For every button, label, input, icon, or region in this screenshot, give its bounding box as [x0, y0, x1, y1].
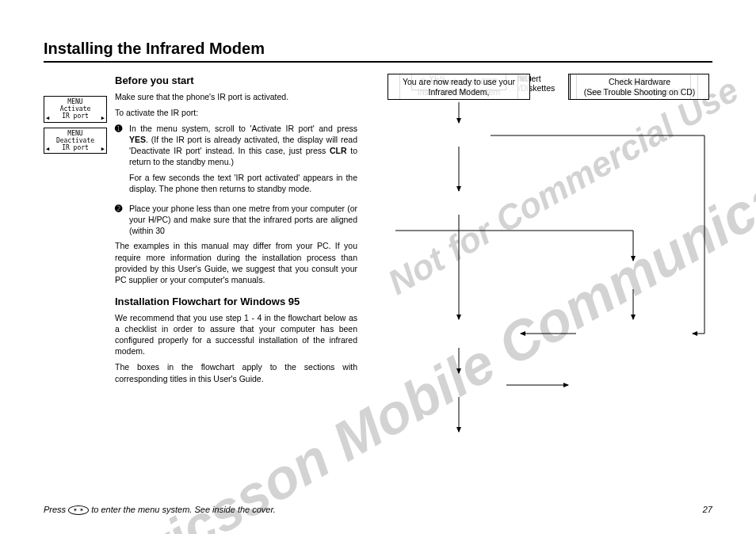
- page-content: Installing the Infrared Modem ◀ MENU Act…: [44, 40, 712, 470]
- menu-box-deactivate: ◀ MENU Deactivate IR port ▶: [44, 128, 107, 154]
- chevron-left-icon: ◀: [46, 146, 49, 152]
- paragraph: We recommend that you use step 1 - 4 in …: [115, 312, 357, 357]
- text: . (If the IR port is already activated, …: [129, 135, 357, 155]
- paragraph: For a few seconds the text 'IR port acti…: [129, 172, 357, 194]
- heading-flowchart: Installation Flowchart for Windows 95: [115, 295, 357, 309]
- text: (See Trouble Shooting on CD): [575, 87, 704, 97]
- list-text: Place your phone less than one metre fro…: [129, 203, 357, 237]
- chevron-right-icon: ▶: [101, 115, 105, 121]
- menu-line: MENU: [46, 130, 105, 137]
- menu-line: IR port: [46, 113, 105, 120]
- text: Press: [44, 505, 68, 514]
- text: to enter the menu system. See inside the…: [89, 505, 276, 514]
- text: Check Hardware: [575, 77, 704, 87]
- menu-display-boxes: ◀ MENU Activate IR port ▶ ◀ MENU Deactiv…: [44, 74, 107, 240]
- paragraph: To activate the IR port:: [115, 107, 357, 118]
- flowchart-arrows: [380, 74, 712, 470]
- menu-line: IR port: [46, 144, 105, 151]
- paragraph-examples: The examples in this manual may differ f…: [115, 240, 357, 285]
- menu-line: MENU: [46, 98, 105, 105]
- before-you-start-section: Before you start Make sure that the phon…: [115, 74, 357, 240]
- bullet-number-icon: ➊: [115, 123, 124, 199]
- footer-hint: Press ✶ ✶ to enter the menu system. See …: [44, 505, 276, 515]
- flowchart: Step 1 Check Infrared Support Installed?…: [380, 74, 712, 470]
- flow-box-check-hw: Check Hardware (See Trouble Shooting on …: [570, 74, 709, 100]
- key-yes: YES: [129, 135, 146, 144]
- button-oval-icon: ✶ ✶: [68, 505, 89, 515]
- page-footer: Press ✶ ✶ to enter the menu system. See …: [44, 505, 712, 515]
- menu-box-activate: ◀ MENU Activate IR port ▶: [44, 96, 107, 123]
- text: In the menu system, scroll to 'Activate …: [129, 124, 357, 133]
- bullet-number-icon: ➋: [115, 203, 124, 237]
- page-number: 27: [703, 505, 712, 515]
- list-item-2: ➋ Place your phone less than one metre f…: [115, 203, 357, 237]
- flow-box-ready: You are now ready to use your Infrared M…: [388, 74, 530, 100]
- key-clr: CLR: [330, 146, 347, 155]
- list-item-1: ➊ In the menu system, scroll to 'Activat…: [115, 123, 357, 199]
- menu-line: Deactivate: [46, 137, 105, 144]
- page-title: Installing the Infrared Modem: [44, 40, 712, 63]
- heading-before: Before you start: [115, 74, 357, 88]
- list-text: In the menu system, scroll to 'Activate …: [129, 123, 357, 199]
- menu-line: Activate: [46, 105, 105, 113]
- text: Infrared Modem,: [393, 87, 525, 97]
- text: You are now ready to use your: [393, 77, 525, 87]
- paragraph: Make sure that the phone's IR port is ac…: [115, 91, 357, 102]
- chevron-left-icon: ◀: [46, 115, 49, 121]
- left-column: ◀ MENU Activate IR port ▶ ◀ MENU Deactiv…: [44, 74, 357, 470]
- paragraph: The boxes in the flowchart apply to the …: [115, 361, 357, 383]
- chevron-right-icon: ▶: [101, 146, 105, 152]
